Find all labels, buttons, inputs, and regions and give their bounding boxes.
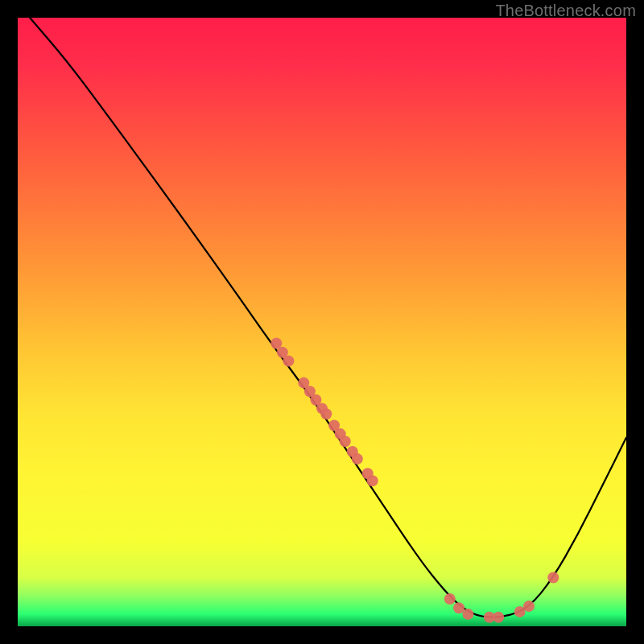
data-point (352, 453, 363, 464)
data-point (547, 572, 559, 584)
data-markers (270, 338, 559, 623)
chart-svg (18, 18, 626, 626)
chart-frame: TheBottleneck.com (0, 0, 644, 644)
data-point (444, 593, 456, 605)
data-point (493, 612, 504, 623)
data-point (523, 601, 535, 612)
bottleneck-curve (30, 18, 626, 617)
data-point (283, 355, 294, 366)
data-point (462, 609, 473, 620)
plot-area (18, 18, 626, 626)
data-point (340, 436, 351, 447)
data-point (367, 475, 378, 486)
data-point (320, 408, 332, 419)
